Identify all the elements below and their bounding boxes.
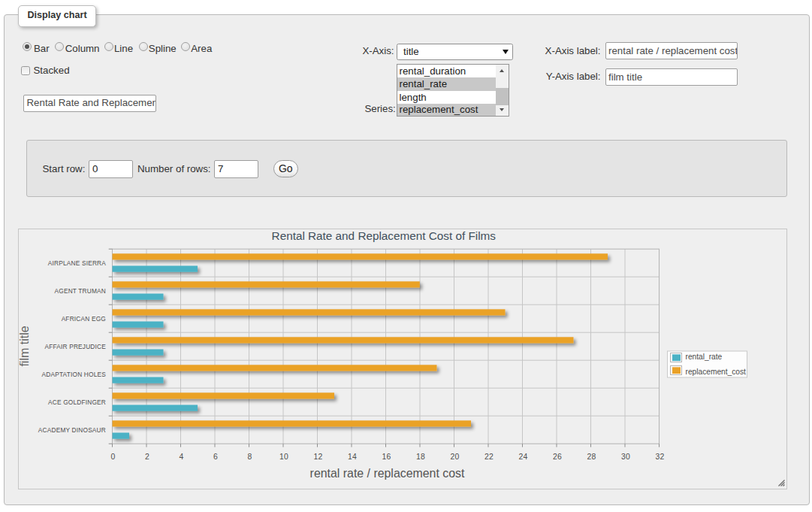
svg-text:AGENT TRUMAN: AGENT TRUMAN xyxy=(55,287,106,295)
svg-text:20: 20 xyxy=(451,453,460,461)
svg-text:10: 10 xyxy=(279,453,288,461)
svg-text:12: 12 xyxy=(314,453,323,461)
svg-text:14: 14 xyxy=(348,453,357,461)
svg-text:film title: film title xyxy=(19,326,31,366)
svg-text:AFFAIR PREJUDICE: AFFAIR PREJUDICE xyxy=(44,343,106,350)
svg-text:ACE GOLDFINGER: ACE GOLDFINGER xyxy=(48,398,106,406)
svg-text:32: 32 xyxy=(656,453,665,461)
svg-text:rental rate / replacement cost: rental rate / replacement cost xyxy=(310,467,465,480)
svg-text:AIRPLANE SIERRA: AIRPLANE SIERRA xyxy=(48,259,107,267)
svg-text:30: 30 xyxy=(621,453,630,461)
svg-text:26: 26 xyxy=(553,453,562,461)
svg-text:22: 22 xyxy=(484,453,494,461)
svg-text:ACADEMY DINOSAUR: ACADEMY DINOSAUR xyxy=(38,426,106,434)
svg-text:18: 18 xyxy=(416,453,425,461)
svg-text:6: 6 xyxy=(213,453,218,461)
svg-text:AFRICAN EGG: AFRICAN EGG xyxy=(62,315,106,323)
svg-text:16: 16 xyxy=(382,453,391,461)
svg-text:4: 4 xyxy=(180,453,184,461)
svg-text:0: 0 xyxy=(111,453,116,461)
svg-text:24: 24 xyxy=(519,453,528,461)
svg-text:28: 28 xyxy=(587,453,596,461)
svg-text:replacement_cost: replacement_cost xyxy=(686,368,747,376)
svg-text:rental_rate: rental_rate xyxy=(686,353,723,361)
svg-text:2: 2 xyxy=(145,453,149,461)
svg-text:ADAPTATION HOLES: ADAPTATION HOLES xyxy=(42,371,107,378)
svg-text:8: 8 xyxy=(248,453,252,461)
svg-text:Rental Rate and Replacement Co: Rental Rate and Replacement Cost of Film… xyxy=(272,229,497,242)
